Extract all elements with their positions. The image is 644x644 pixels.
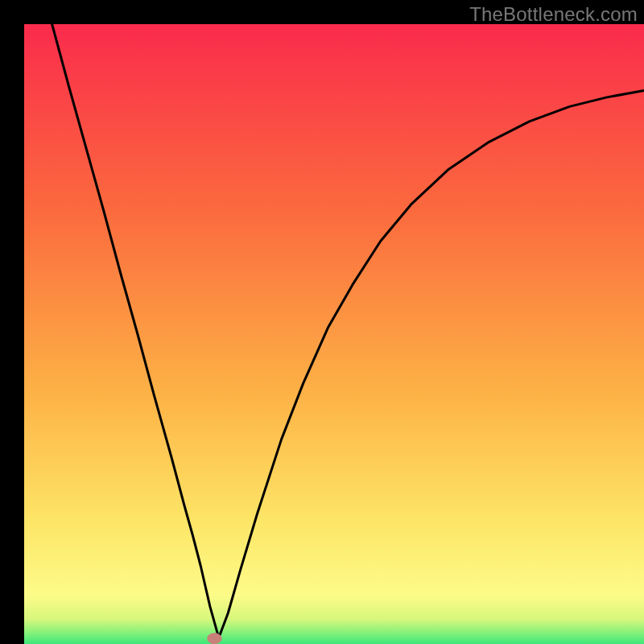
bottleneck-chart — [24, 24, 644, 644]
chart-frame: TheBottleneck.com — [0, 0, 644, 644]
minimum-marker — [207, 633, 221, 644]
chart-background — [24, 24, 644, 644]
watermark-text: TheBottleneck.com — [469, 3, 638, 26]
